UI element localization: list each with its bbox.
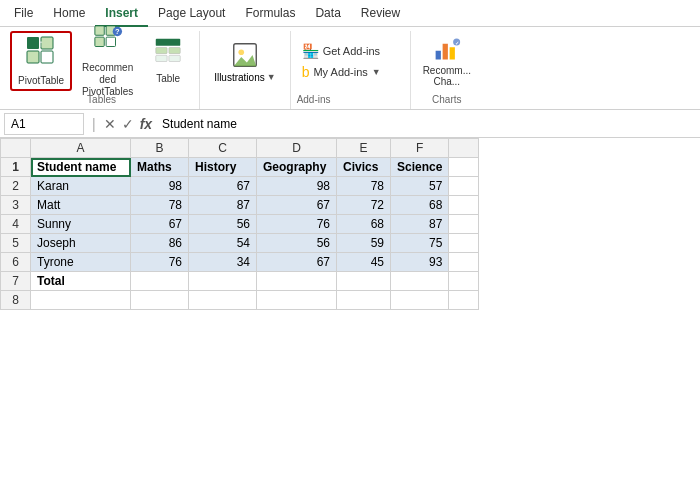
cell-c4[interactable]: 56 <box>189 215 257 234</box>
confirm-icon[interactable]: ✓ <box>122 116 134 132</box>
cell-e6[interactable]: 45 <box>337 253 391 272</box>
cell-g6[interactable] <box>449 253 479 272</box>
row-num-1[interactable]: 1 <box>1 158 31 177</box>
col-header-a[interactable]: A <box>31 139 131 158</box>
recommend-charts-label: Recomm...Cha... <box>423 65 471 87</box>
col-header-f[interactable]: F <box>391 139 449 158</box>
recommended-pivot-button[interactable]: ? RecommendedPivotTables <box>74 31 141 91</box>
cell-d8[interactable] <box>257 291 337 310</box>
ribbon-content: ↑ PivotTable ? <box>0 27 700 109</box>
cell-a5[interactable]: Joseph <box>31 234 131 253</box>
tab-data[interactable]: Data <box>305 0 350 27</box>
rec-pivot-svg: ? <box>93 24 123 54</box>
cell-f8[interactable] <box>391 291 449 310</box>
cell-e5[interactable]: 59 <box>337 234 391 253</box>
cell-a3[interactable]: Matt <box>31 196 131 215</box>
table-button[interactable]: Table <box>143 31 193 91</box>
cell-f7[interactable] <box>391 272 449 291</box>
cell-b7[interactable] <box>131 272 189 291</box>
cell-d4[interactable]: 76 <box>257 215 337 234</box>
cell-c7[interactable] <box>189 272 257 291</box>
illustrations-button[interactable]: Illustrations ▼ <box>206 31 284 91</box>
cell-e8[interactable] <box>337 291 391 310</box>
formula-input[interactable] <box>156 115 696 133</box>
cell-c6[interactable]: 34 <box>189 253 257 272</box>
cell-reference-input[interactable] <box>4 113 84 135</box>
cell-c5[interactable]: 54 <box>189 234 257 253</box>
row-num-7[interactable]: 7 <box>1 272 31 291</box>
tab-page-layout[interactable]: Page Layout <box>148 0 235 27</box>
cell-a2[interactable]: Karan <box>31 177 131 196</box>
cell-b6[interactable]: 76 <box>131 253 189 272</box>
cell-d5[interactable]: 56 <box>257 234 337 253</box>
cell-g7[interactable] <box>449 272 479 291</box>
col-header-g[interactable] <box>449 139 479 158</box>
cell-b2[interactable]: 98 <box>131 177 189 196</box>
cell-e4[interactable]: 68 <box>337 215 391 234</box>
my-addins-button[interactable]: b My Add-ins ▼ <box>297 62 386 82</box>
cell-a8[interactable] <box>31 291 131 310</box>
cell-e1[interactable]: Civics <box>337 158 391 177</box>
recommend-charts-button[interactable]: ✓ Recomm...Cha... <box>417 31 477 91</box>
tab-file[interactable]: File <box>4 0 43 27</box>
cell-f1[interactable]: Science <box>391 158 449 177</box>
cell-c1[interactable]: History <box>189 158 257 177</box>
tab-home[interactable]: Home <box>43 0 95 27</box>
cell-g5[interactable] <box>449 234 479 253</box>
formula-bar: | ✕ ✓ fx <box>0 110 700 138</box>
table-label: Table <box>156 73 180 85</box>
row-num-3[interactable]: 3 <box>1 196 31 215</box>
cell-d2[interactable]: 98 <box>257 177 337 196</box>
row-num-5[interactable]: 5 <box>1 234 31 253</box>
cell-d3[interactable]: 67 <box>257 196 337 215</box>
tab-review[interactable]: Review <box>351 0 410 27</box>
cell-e7[interactable] <box>337 272 391 291</box>
cell-c2[interactable]: 67 <box>189 177 257 196</box>
cancel-icon[interactable]: ✕ <box>104 116 116 132</box>
cell-b8[interactable] <box>131 291 189 310</box>
cell-b1[interactable]: Maths <box>131 158 189 177</box>
addins-group-items: 🏪 Get Add-ins b My Add-ins ▼ <box>297 31 386 91</box>
tables-group-items: ↑ PivotTable ? <box>10 31 193 91</box>
cell-a7[interactable]: Total <box>31 272 131 291</box>
cell-e2[interactable]: 78 <box>337 177 391 196</box>
cell-g2[interactable] <box>449 177 479 196</box>
bing-icon: b <box>302 64 310 80</box>
row-num-2[interactable]: 2 <box>1 177 31 196</box>
cell-d6[interactable]: 67 <box>257 253 337 272</box>
cell-a6[interactable]: Tyrone <box>31 253 131 272</box>
cell-d7[interactable] <box>257 272 337 291</box>
pivot-table-button[interactable]: ↑ PivotTable <box>10 31 72 91</box>
col-header-d[interactable]: D <box>257 139 337 158</box>
cell-g8[interactable] <box>449 291 479 310</box>
cell-e3[interactable]: 72 <box>337 196 391 215</box>
get-addins-button[interactable]: 🏪 Get Add-ins <box>297 41 385 61</box>
col-header-b[interactable]: B <box>131 139 189 158</box>
row-num-4[interactable]: 4 <box>1 215 31 234</box>
cell-g1[interactable] <box>449 158 479 177</box>
tab-formulas[interactable]: Formulas <box>235 0 305 27</box>
cell-c3[interactable]: 87 <box>189 196 257 215</box>
cell-f5[interactable]: 75 <box>391 234 449 253</box>
cell-f3[interactable]: 68 <box>391 196 449 215</box>
cell-g4[interactable] <box>449 215 479 234</box>
function-icon[interactable]: fx <box>140 116 152 132</box>
row-num-6[interactable]: 6 <box>1 253 31 272</box>
col-header-c[interactable]: C <box>189 139 257 158</box>
cell-f4[interactable]: 87 <box>391 215 449 234</box>
cell-b5[interactable]: 86 <box>131 234 189 253</box>
cell-c8[interactable] <box>189 291 257 310</box>
cell-a4[interactable]: Sunny <box>31 215 131 234</box>
cell-g3[interactable] <box>449 196 479 215</box>
cell-f2[interactable]: 57 <box>391 177 449 196</box>
cell-f6[interactable]: 93 <box>391 253 449 272</box>
svg-text:✓: ✓ <box>454 40 458 46</box>
table-row: 4 Sunny 67 56 76 68 87 <box>1 215 479 234</box>
col-header-e[interactable]: E <box>337 139 391 158</box>
cell-b3[interactable]: 78 <box>131 196 189 215</box>
cell-b4[interactable]: 67 <box>131 215 189 234</box>
cell-d1[interactable]: Geography <box>257 158 337 177</box>
cell-a1[interactable]: Student name <box>31 158 131 177</box>
illustrations-svg <box>230 40 260 70</box>
row-num-8[interactable]: 8 <box>1 291 31 310</box>
